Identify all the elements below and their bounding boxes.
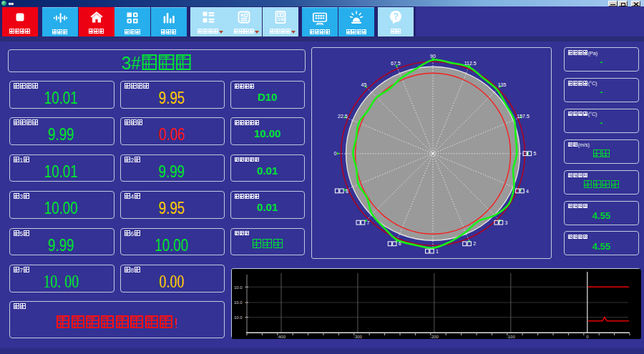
svg-text:135: 135 bbox=[498, 82, 507, 87]
svg-text:45: 45 bbox=[361, 82, 367, 87]
svg-text:8: 8 bbox=[346, 188, 348, 193]
svg-text:0: 0 bbox=[334, 151, 337, 156]
svg-text:67.5: 67.5 bbox=[391, 61, 401, 66]
svg-text:-200: -200 bbox=[430, 335, 439, 339]
svg-text:-100: -100 bbox=[507, 335, 516, 339]
svg-text:1: 1 bbox=[436, 248, 439, 253]
svg-text:157.5: 157.5 bbox=[517, 114, 530, 119]
svg-text:90: 90 bbox=[430, 53, 436, 58]
svg-text:-300: -300 bbox=[353, 335, 363, 339]
svg-text:6: 6 bbox=[399, 241, 401, 246]
svg-text:?: ? bbox=[393, 11, 399, 21]
svg-text:4: 4 bbox=[526, 188, 529, 193]
svg-text:5: 5 bbox=[534, 151, 537, 156]
svg-text:22.5: 22.5 bbox=[338, 114, 348, 119]
svg-text:10.0: 10.0 bbox=[234, 300, 243, 305]
svg-text:2: 2 bbox=[473, 241, 476, 246]
svg-text:112.5: 112.5 bbox=[464, 61, 477, 66]
svg-text:-400: -400 bbox=[277, 335, 286, 339]
svg-text:7: 7 bbox=[367, 220, 370, 225]
svg-text:10.0: 10.0 bbox=[234, 315, 243, 319]
svg-text:10.0: 10.0 bbox=[234, 285, 243, 289]
svg-text:3: 3 bbox=[505, 220, 508, 225]
